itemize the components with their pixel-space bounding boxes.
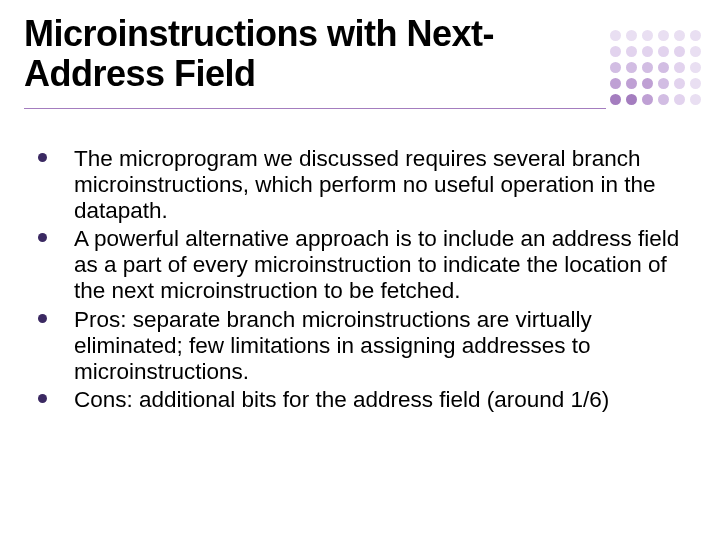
bullet-list: The microprogram we discussed requires s…	[30, 146, 680, 413]
dot-icon	[626, 78, 637, 89]
bullet-icon	[38, 314, 47, 323]
dot-icon	[642, 78, 653, 89]
dot-icon	[642, 62, 653, 73]
dot-icon	[690, 78, 701, 89]
list-item: The microprogram we discussed requires s…	[30, 146, 680, 224]
dot-icon	[690, 94, 701, 105]
dot-icon	[674, 30, 685, 41]
dot-icon	[674, 94, 685, 105]
slide: Microinstructions with Next-Address Fiel…	[0, 0, 720, 540]
dot-icon	[626, 30, 637, 41]
dot-icon	[690, 62, 701, 73]
dot-icon	[610, 30, 621, 41]
content-area: The microprogram we discussed requires s…	[30, 146, 680, 415]
dot-icon	[674, 78, 685, 89]
dot-icon	[658, 46, 669, 57]
dot-icon	[690, 46, 701, 57]
dot-icon	[642, 94, 653, 105]
list-item-text: The microprogram we discussed requires s…	[74, 146, 656, 223]
dot-icon	[610, 46, 621, 57]
dot-icon	[610, 94, 621, 105]
dot-icon	[658, 94, 669, 105]
list-item: A powerful alternative approach is to in…	[30, 226, 680, 304]
bullet-icon	[38, 233, 47, 242]
dot-icon	[658, 62, 669, 73]
dot-icon	[658, 78, 669, 89]
dot-icon	[674, 46, 685, 57]
dot-icon	[626, 94, 637, 105]
dot-icon	[626, 62, 637, 73]
dot-icon	[642, 46, 653, 57]
dot-icon	[674, 62, 685, 73]
dot-icon	[658, 30, 669, 41]
dot-icon	[626, 46, 637, 57]
list-item-text: Cons: additional bits for the address fi…	[74, 387, 609, 412]
bullet-icon	[38, 153, 47, 162]
list-item-text: A powerful alternative approach is to in…	[74, 226, 679, 303]
decorative-dot-grid	[610, 30, 706, 106]
list-item: Cons: additional bits for the address fi…	[30, 387, 680, 413]
list-item-text: Pros: separate branch microinstructions …	[74, 307, 592, 384]
list-item: Pros: separate branch microinstructions …	[30, 307, 680, 385]
bullet-icon	[38, 394, 47, 403]
slide-title: Microinstructions with Next-Address Fiel…	[24, 14, 584, 95]
dot-icon	[690, 30, 701, 41]
dot-icon	[610, 78, 621, 89]
title-underline	[24, 108, 606, 109]
dot-icon	[642, 30, 653, 41]
dot-icon	[610, 62, 621, 73]
